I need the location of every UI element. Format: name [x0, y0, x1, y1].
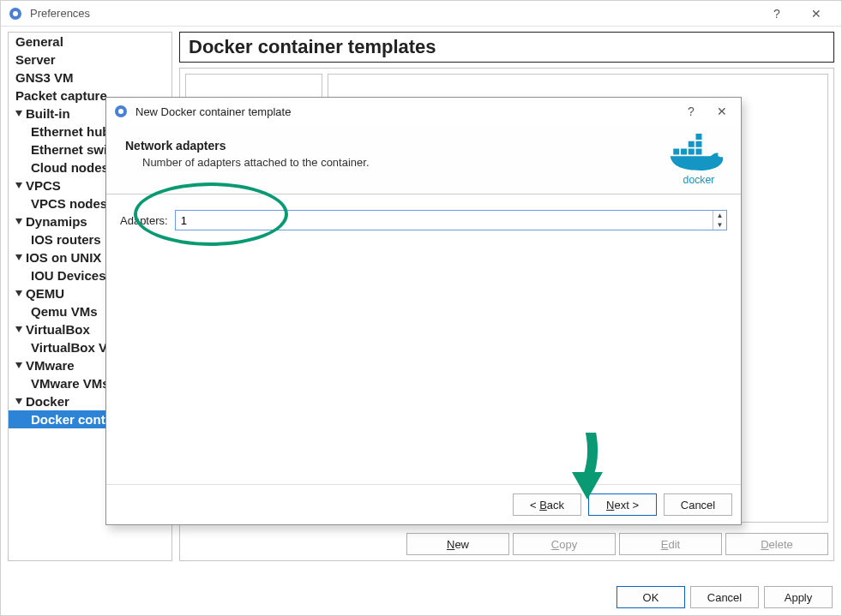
- copy-button[interactable]: Copy: [513, 533, 616, 555]
- adapters-input[interactable]: [176, 211, 713, 230]
- sidebar-category[interactable]: General: [9, 33, 171, 51]
- chevron-down-icon: [15, 398, 22, 404]
- back-button[interactable]: < Back: [513, 493, 581, 516]
- preferences-titlebar: Preferences ? ✕: [1, 1, 841, 27]
- sidebar-item-label: Server: [15, 52, 56, 67]
- adapters-stepper[interactable]: ▲ ▼: [175, 210, 727, 230]
- sidebar-item-label: Packet capture: [15, 88, 107, 103]
- cancel-label: Cancel: [681, 499, 715, 511]
- cancel-label: Cancel: [707, 591, 742, 604]
- dialog-body: Adapters: ▲ ▼: [106, 194, 741, 484]
- dialog-footer: < Back Next > Cancel: [106, 484, 741, 524]
- cancel-button[interactable]: Cancel: [690, 586, 759, 608]
- chevron-down-icon: [15, 254, 22, 260]
- apply-label: Apply: [785, 591, 813, 604]
- sidebar-item-label: Qemu VMs: [31, 304, 98, 319]
- preferences-title: Preferences: [30, 7, 757, 20]
- sidebar-item-label: VMware: [26, 358, 75, 373]
- dialog-header: Network adapters Number of adapters atta…: [106, 125, 741, 194]
- svg-rect-9: [696, 134, 702, 140]
- sidebar-item-label: GNS3 VM: [15, 70, 74, 85]
- edit-button[interactable]: Edit: [619, 533, 722, 555]
- chevron-down-icon: [15, 218, 22, 224]
- next-button[interactable]: Next >: [588, 493, 657, 516]
- ok-label: OK: [643, 591, 659, 604]
- chevron-down-icon: [15, 182, 22, 188]
- sidebar-item-label: VirtualBox: [26, 322, 90, 337]
- new-docker-template-dialog: New Docker container template ? ✕ Networ…: [105, 97, 742, 525]
- sidebar-item-label: Docker: [26, 394, 69, 409]
- adapters-row: Adapters: ▲ ▼: [120, 210, 727, 230]
- delete-button[interactable]: Delete: [725, 533, 828, 555]
- chevron-down-icon: [15, 362, 22, 368]
- back-label: < Back: [530, 499, 564, 511]
- svg-text:docker: docker: [683, 174, 715, 186]
- svg-point-1: [13, 11, 18, 16]
- sidebar-item-label: QEMU: [26, 286, 64, 301]
- spin-up-button[interactable]: ▲: [713, 211, 726, 220]
- close-button[interactable]: ✕: [797, 1, 836, 27]
- sidebar-item-label: VPCS nodes: [31, 196, 107, 211]
- sidebar-item-label: IOS routers: [31, 232, 101, 247]
- sidebar-category[interactable]: Server: [9, 51, 171, 69]
- svg-rect-6: [696, 149, 702, 155]
- sidebar-item-label: VPCS: [26, 178, 61, 193]
- apply-button[interactable]: Apply: [764, 586, 833, 608]
- dialog-help-button[interactable]: ?: [676, 99, 707, 124]
- next-label: Next >: [606, 499, 639, 511]
- chevron-down-icon: [15, 326, 22, 332]
- svg-rect-7: [689, 141, 695, 147]
- ok-button[interactable]: OK: [616, 586, 685, 608]
- sidebar-item-label: IOU Devices: [31, 268, 106, 283]
- sidebar-item-label: General: [15, 34, 63, 49]
- adapters-spin-buttons: ▲ ▼: [713, 211, 726, 230]
- dialog-cancel-button[interactable]: Cancel: [664, 493, 732, 516]
- app-icon: [8, 6, 23, 21]
- svg-rect-10: [673, 149, 679, 155]
- svg-point-3: [118, 109, 123, 114]
- dialog-title: New Docker container template: [135, 105, 676, 118]
- chevron-down-icon: [15, 290, 22, 296]
- sidebar-item-label: IOS on UNIX: [26, 250, 101, 265]
- spin-down-button[interactable]: ▼: [713, 220, 726, 230]
- new-button[interactable]: New: [406, 533, 509, 555]
- close-icon: ✕: [717, 105, 727, 118]
- svg-rect-4: [681, 149, 687, 155]
- svg-rect-8: [696, 141, 702, 147]
- sidebar-item-label: Ethernet hubs: [31, 124, 117, 139]
- sidebar-item-label: Built-in: [26, 106, 70, 121]
- adapters-label: Adapters:: [120, 214, 168, 227]
- sidebar-item-label: Dynamips: [26, 214, 87, 229]
- dialog-header-title: Network adapters: [125, 139, 669, 153]
- close-icon: ✕: [811, 7, 821, 21]
- app-icon: [113, 104, 129, 119]
- sidebar-item-label: Cloud nodes: [31, 160, 109, 175]
- help-icon: ?: [773, 7, 780, 21]
- dialog-header-subtitle: Number of adapters attached to the conta…: [125, 156, 669, 169]
- dialog-close-button[interactable]: ✕: [707, 99, 737, 124]
- docker-logo-icon: docker: [669, 134, 729, 185]
- preferences-footer: OK Cancel Apply: [616, 586, 833, 608]
- sidebar-category[interactable]: GNS3 VM: [9, 69, 171, 87]
- svg-rect-5: [689, 149, 695, 155]
- page-title: Docker container templates: [179, 32, 834, 63]
- template-buttons: New Copy Edit Delete: [180, 528, 833, 560]
- help-icon: ?: [688, 105, 695, 118]
- dialog-titlebar: New Docker container template ? ✕: [106, 98, 741, 125]
- help-button[interactable]: ?: [757, 1, 797, 27]
- chevron-down-icon: [15, 111, 22, 117]
- sidebar-item-label: VMware VMs: [31, 376, 110, 391]
